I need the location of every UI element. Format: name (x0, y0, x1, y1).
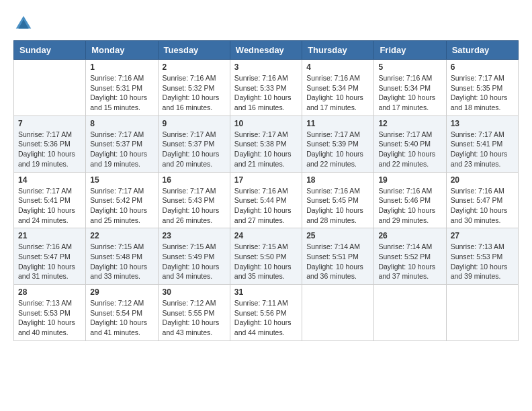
day-number: 17 (234, 175, 298, 185)
calendar-cell: 29Sunrise: 7:12 AM Sunset: 5:54 PM Dayli… (86, 285, 158, 341)
calendar-cell: 16Sunrise: 7:17 AM Sunset: 5:43 PM Dayli… (158, 172, 230, 228)
day-number: 29 (90, 287, 153, 297)
calendar-cell: 1Sunrise: 7:16 AM Sunset: 5:31 PM Daylig… (86, 60, 158, 116)
calendar-cell: 9Sunrise: 7:17 AM Sunset: 5:37 PM Daylig… (158, 116, 230, 172)
day-number: 9 (163, 119, 226, 128)
day-info: Sunrise: 7:14 AM Sunset: 5:51 PM Dayligh… (306, 242, 369, 281)
day-number: 14 (18, 175, 81, 185)
calendar-row: 28Sunrise: 7:13 AM Sunset: 5:53 PM Dayli… (14, 285, 519, 341)
calendar-cell: 20Sunrise: 7:16 AM Sunset: 5:47 PM Dayli… (446, 172, 518, 228)
day-info: Sunrise: 7:16 AM Sunset: 5:44 PM Dayligh… (234, 186, 298, 226)
calendar-cell: 24Sunrise: 7:15 AM Sunset: 5:50 PM Dayli… (230, 228, 302, 285)
day-number: 23 (163, 231, 226, 240)
day-info: Sunrise: 7:16 AM Sunset: 5:34 PM Dayligh… (306, 73, 369, 113)
calendar-cell: 2Sunrise: 7:16 AM Sunset: 5:32 PM Daylig… (158, 60, 230, 116)
calendar-cell: 14Sunrise: 7:17 AM Sunset: 5:41 PM Dayli… (14, 172, 86, 228)
weekday-header: Wednesday (230, 41, 302, 60)
calendar-table: SundayMondayTuesdayWednesdayThursdayFrid… (13, 40, 519, 341)
day-number: 5 (378, 62, 441, 72)
day-info: Sunrise: 7:14 AM Sunset: 5:52 PM Dayligh… (378, 242, 441, 281)
day-number: 31 (234, 287, 298, 297)
calendar-cell: 8Sunrise: 7:17 AM Sunset: 5:37 PM Daylig… (86, 116, 158, 172)
day-number: 28 (18, 287, 81, 297)
day-number: 20 (451, 175, 514, 185)
calendar-cell: 28Sunrise: 7:13 AM Sunset: 5:53 PM Dayli… (14, 285, 86, 341)
weekday-header: Tuesday (158, 41, 230, 60)
day-info: Sunrise: 7:12 AM Sunset: 5:54 PM Dayligh… (90, 298, 153, 338)
calendar-cell (446, 285, 518, 341)
calendar-cell (14, 60, 86, 116)
calendar-cell: 17Sunrise: 7:16 AM Sunset: 5:44 PM Dayli… (230, 172, 302, 228)
calendar-cell: 30Sunrise: 7:12 AM Sunset: 5:55 PM Dayli… (158, 285, 230, 341)
calendar-cell: 6Sunrise: 7:17 AM Sunset: 5:35 PM Daylig… (446, 60, 518, 116)
calendar-cell (302, 285, 374, 341)
day-info: Sunrise: 7:16 AM Sunset: 5:31 PM Dayligh… (90, 73, 153, 113)
calendar-cell: 5Sunrise: 7:16 AM Sunset: 5:34 PM Daylig… (374, 60, 446, 116)
page-header (13, 13, 519, 34)
day-number: 13 (451, 119, 514, 128)
weekday-header: Saturday (446, 41, 518, 60)
calendar-cell: 31Sunrise: 7:11 AM Sunset: 5:56 PM Dayli… (230, 285, 302, 341)
weekday-header: Thursday (302, 41, 374, 60)
calendar-cell: 23Sunrise: 7:15 AM Sunset: 5:49 PM Dayli… (158, 228, 230, 285)
day-info: Sunrise: 7:12 AM Sunset: 5:55 PM Dayligh… (163, 298, 226, 338)
weekday-header-row: SundayMondayTuesdayWednesdayThursdayFrid… (14, 41, 519, 60)
day-info: Sunrise: 7:17 AM Sunset: 5:39 PM Dayligh… (306, 130, 369, 169)
calendar-row: 14Sunrise: 7:17 AM Sunset: 5:41 PM Dayli… (14, 172, 519, 228)
day-number: 1 (90, 62, 153, 72)
calendar-cell: 12Sunrise: 7:17 AM Sunset: 5:40 PM Dayli… (374, 116, 446, 172)
logo-icon (13, 13, 34, 34)
day-number: 21 (18, 231, 81, 240)
day-info: Sunrise: 7:16 AM Sunset: 5:32 PM Dayligh… (163, 73, 226, 113)
day-info: Sunrise: 7:17 AM Sunset: 5:41 PM Dayligh… (18, 186, 81, 226)
day-info: Sunrise: 7:17 AM Sunset: 5:40 PM Dayligh… (378, 130, 441, 169)
calendar-cell: 19Sunrise: 7:16 AM Sunset: 5:46 PM Dayli… (374, 172, 446, 228)
weekday-header: Monday (86, 41, 158, 60)
day-number: 26 (378, 231, 441, 240)
day-info: Sunrise: 7:16 AM Sunset: 5:47 PM Dayligh… (451, 186, 514, 226)
day-info: Sunrise: 7:13 AM Sunset: 5:53 PM Dayligh… (451, 242, 514, 281)
day-info: Sunrise: 7:13 AM Sunset: 5:53 PM Dayligh… (18, 298, 81, 338)
calendar-cell (374, 285, 446, 341)
day-number: 4 (306, 62, 369, 72)
day-info: Sunrise: 7:15 AM Sunset: 5:49 PM Dayligh… (163, 242, 226, 281)
calendar-cell: 22Sunrise: 7:15 AM Sunset: 5:48 PM Dayli… (86, 228, 158, 285)
calendar-cell: 13Sunrise: 7:17 AM Sunset: 5:41 PM Dayli… (446, 116, 518, 172)
calendar-row: 21Sunrise: 7:16 AM Sunset: 5:47 PM Dayli… (14, 228, 519, 285)
calendar-cell: 26Sunrise: 7:14 AM Sunset: 5:52 PM Dayli… (374, 228, 446, 285)
day-number: 11 (306, 119, 369, 128)
day-info: Sunrise: 7:17 AM Sunset: 5:43 PM Dayligh… (163, 186, 226, 226)
calendar-cell: 10Sunrise: 7:17 AM Sunset: 5:38 PM Dayli… (230, 116, 302, 172)
day-number: 25 (306, 231, 369, 240)
day-info: Sunrise: 7:16 AM Sunset: 5:34 PM Dayligh… (378, 73, 441, 113)
day-number: 24 (234, 231, 298, 240)
day-number: 8 (90, 119, 153, 128)
day-number: 2 (163, 62, 226, 72)
day-number: 12 (378, 119, 441, 128)
day-number: 7 (18, 119, 81, 128)
calendar-row: 7Sunrise: 7:17 AM Sunset: 5:36 PM Daylig… (14, 116, 519, 172)
calendar-cell: 4Sunrise: 7:16 AM Sunset: 5:34 PM Daylig… (302, 60, 374, 116)
calendar-cell: 7Sunrise: 7:17 AM Sunset: 5:36 PM Daylig… (14, 116, 86, 172)
logo (13, 13, 36, 34)
day-info: Sunrise: 7:15 AM Sunset: 5:50 PM Dayligh… (234, 242, 298, 281)
day-info: Sunrise: 7:16 AM Sunset: 5:47 PM Dayligh… (18, 242, 81, 281)
calendar-cell: 11Sunrise: 7:17 AM Sunset: 5:39 PM Dayli… (302, 116, 374, 172)
calendar-cell: 27Sunrise: 7:13 AM Sunset: 5:53 PM Dayli… (446, 228, 518, 285)
calendar-row: 1Sunrise: 7:16 AM Sunset: 5:31 PM Daylig… (14, 60, 519, 116)
day-number: 19 (378, 175, 441, 185)
day-number: 27 (451, 231, 514, 240)
day-info: Sunrise: 7:15 AM Sunset: 5:48 PM Dayligh… (90, 242, 153, 281)
weekday-header: Friday (374, 41, 446, 60)
day-info: Sunrise: 7:17 AM Sunset: 5:38 PM Dayligh… (234, 130, 298, 169)
calendar-cell: 3Sunrise: 7:16 AM Sunset: 5:33 PM Daylig… (230, 60, 302, 116)
day-number: 6 (451, 62, 514, 72)
day-number: 10 (234, 119, 298, 128)
day-number: 16 (163, 175, 226, 185)
day-info: Sunrise: 7:17 AM Sunset: 5:36 PM Dayligh… (18, 130, 81, 169)
day-info: Sunrise: 7:16 AM Sunset: 5:45 PM Dayligh… (306, 186, 369, 226)
day-info: Sunrise: 7:16 AM Sunset: 5:46 PM Dayligh… (378, 186, 441, 226)
calendar-cell: 15Sunrise: 7:17 AM Sunset: 5:42 PM Dayli… (86, 172, 158, 228)
day-info: Sunrise: 7:16 AM Sunset: 5:33 PM Dayligh… (234, 73, 298, 113)
day-info: Sunrise: 7:17 AM Sunset: 5:37 PM Dayligh… (90, 130, 153, 169)
